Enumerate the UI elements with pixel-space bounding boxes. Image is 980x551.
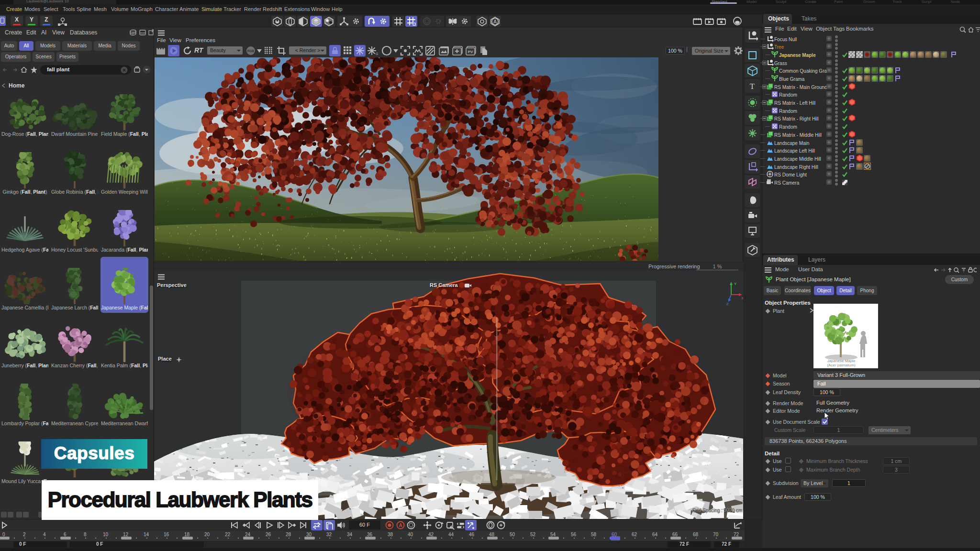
svg-text:A: A — [493, 19, 497, 24]
svg-text:RGB: RGB — [247, 49, 255, 53]
svg-text:Y: Y — [734, 282, 737, 286]
svg-text:T: T — [750, 82, 755, 91]
svg-text:G: G — [376, 52, 378, 55]
svg-text:Z: Z — [726, 302, 729, 305]
svg-text:PV: PV — [468, 50, 473, 54]
svg-text:Japanese Maple: Japanese Maple — [827, 359, 856, 363]
svg-text:(Acer palmatum): (Acer palmatum) — [827, 363, 855, 367]
svg-text:A: A — [399, 523, 402, 528]
